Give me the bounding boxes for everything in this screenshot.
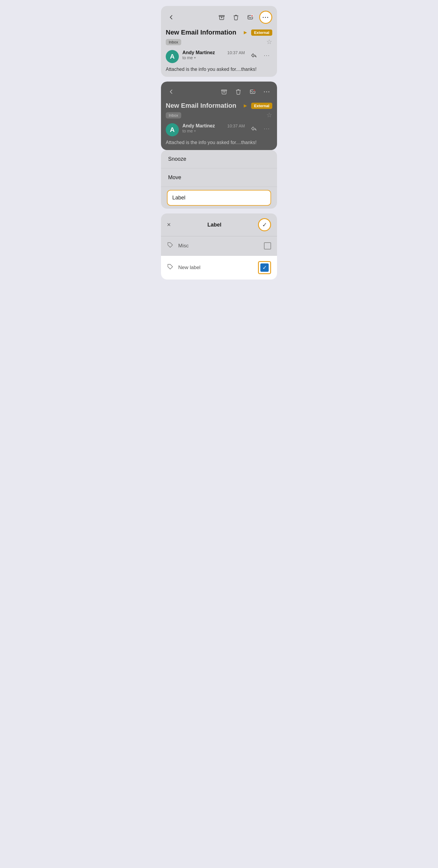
email-body-dark: Attached is the info you asked for....th… [166,140,272,145]
subject-row-dark: New Email Information ► External [166,102,272,110]
checkbox-checked-indicator: ✓ [260,264,269,272]
move-menu-item[interactable]: Move [161,168,277,187]
label-menu-item[interactable]: Label [167,190,271,206]
label-misc-text: Misc [178,243,259,249]
email-card-light: ··· New Email Information ► External Inb… [161,6,277,77]
label-menu-item-wrapper: Label [161,187,277,209]
label-tag-icon-misc [167,242,174,250]
sender-time-dark: 10:37 AM [227,124,245,128]
toolbar-right: ··· [216,11,272,24]
sender-time: 10:37 AM [227,50,245,55]
sender-actions: ··· [248,50,272,61]
email-subject-dark: New Email Information [166,102,240,110]
to-chevron-icon: ▾ [194,56,196,60]
sender-name-row: Andy Martinez 10:37 AM [182,50,245,55]
subject-row: New Email Information ► External [166,29,272,36]
label-row-new: New label ✓ [161,256,277,280]
external-badge: External [251,29,272,36]
context-menu: Snooze Move Label [161,150,277,209]
avatar: A [166,50,179,63]
inbox-badge: Inbox [166,39,181,45]
inbox-star-row-dark: Inbox ☆ [166,111,272,119]
inbox-star-row: Inbox ☆ [166,38,272,46]
new-label-checkbox[interactable]: ✓ [258,261,271,274]
misc-checkbox[interactable] [264,242,271,249]
email-card-dark: ··· New Email Information ► External Inb… [161,82,277,150]
phone-container: ··· New Email Information ► External Inb… [161,6,277,280]
sender-more-button[interactable]: ··· [261,50,272,61]
more-button-dark[interactable]: ··· [261,86,272,97]
toolbar-dark: ··· [166,86,272,97]
sender-name-row-dark: Andy Martinez 10:37 AM [182,123,245,129]
svg-rect-0 [219,16,224,17]
sender-info: Andy Martinez 10:37 AM to me ▾ [182,50,245,60]
inbox-badge-dark: Inbox [166,112,181,119]
sender-name: Andy Martinez [182,50,215,55]
sender-row: A Andy Martinez 10:37 AM to me ▾ ··· [166,50,272,63]
svg-point-5 [253,89,255,91]
svg-rect-3 [221,90,227,91]
external-badge-dark: External [251,103,272,109]
label-tag-icon-new [167,264,174,272]
delete-button[interactable] [230,12,241,23]
back-button[interactable] [166,12,177,23]
sender-row-dark: A Andy Martinez 10:37 AM to me ▾ [166,123,272,136]
star-icon-dark[interactable]: ☆ [266,111,272,119]
close-label-button[interactable]: × [167,221,171,228]
forward-arrow-icon: ► [243,29,248,36]
reply-button-dark[interactable] [248,123,259,134]
mark-button-dark[interactable] [247,86,258,97]
email-subject: New Email Information [166,29,240,36]
avatar-dark: A [166,123,179,136]
label-header: × Label ✓ [161,213,277,236]
sender-name-dark: Andy Martinez [182,123,215,129]
mark-button[interactable] [245,12,256,23]
forward-arrow-icon-dark: ► [243,103,248,109]
snooze-menu-item[interactable]: Snooze [161,150,277,168]
email-body: Attached is the info you asked for....th… [166,67,272,72]
sender-info-dark: Andy Martinez 10:37 AM to me ▾ [182,123,245,133]
to-chevron-icon-dark: ▾ [194,129,196,133]
email-card-with-menu: ··· New Email Information ► External Inb… [161,82,277,209]
sender-to-dark: to me ▾ [182,129,245,133]
toolbar-light: ··· [166,11,272,24]
toolbar-left-dark [166,86,177,97]
confirm-label-button[interactable]: ✓ [258,218,271,231]
sender-more-button-dark[interactable]: ··· [261,123,272,134]
svg-point-2 [251,15,253,17]
more-button-circled[interactable]: ··· [259,11,272,24]
sender-to: to me ▾ [182,55,245,60]
toolbar-left [166,12,177,23]
archive-button-dark[interactable] [219,86,229,97]
label-row-misc: Misc [161,236,277,256]
more-dots: ··· [262,14,269,21]
star-icon[interactable]: ☆ [266,38,272,46]
back-button-dark[interactable] [166,86,177,97]
sender-actions-dark: ··· [248,123,272,134]
label-dialog: × Label ✓ Misc New label ✓ [161,213,277,280]
label-new-text: New label [178,265,253,271]
label-dialog-title: Label [171,222,258,228]
confirm-checkmark-icon: ✓ [262,221,267,228]
toolbar-right-dark: ··· [219,86,272,97]
delete-button-dark[interactable] [233,86,244,97]
reply-button[interactable] [248,50,259,61]
archive-button[interactable] [216,12,227,23]
